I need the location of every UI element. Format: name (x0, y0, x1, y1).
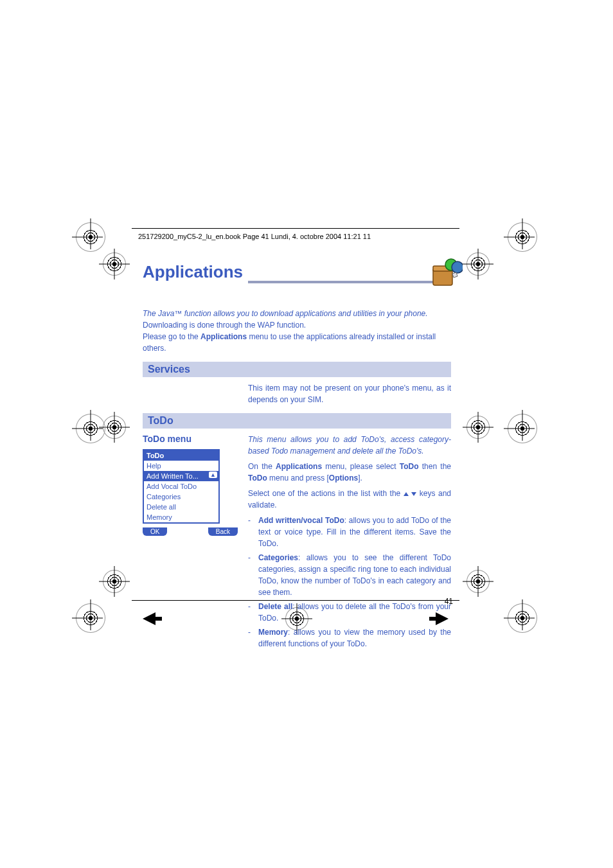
services-body: This item may not be present on your pho… (248, 382, 451, 405)
reg-mark-left-top (103, 252, 126, 276)
intro-line2: Downloading is done through the WAP func… (143, 319, 451, 331)
scroll-indicator-icon: ▲ (209, 472, 217, 478)
content-area: Applications The Java™ function allows y… (143, 262, 451, 652)
reg-mark-br (508, 603, 537, 633)
bullet-memory: -Memory: allows you to view the memory u… (248, 626, 451, 650)
svg-point-5 (452, 261, 463, 273)
reg-mark-tl (76, 222, 105, 252)
section-services-heading: Services (143, 362, 451, 377)
phone-item-addvocal: Add Vocal ToDo (144, 481, 218, 492)
phone-item-memory: Memory (144, 512, 218, 522)
softkey-back: Back (208, 527, 238, 536)
up-key-icon (404, 492, 409, 496)
phone-item-deleteall: Delete all (144, 502, 218, 512)
bullet-deleteall: -Delete all: allows you to delete all th… (248, 601, 451, 624)
reg-mark-left-bot (103, 570, 126, 593)
phone-screenshot: ToDo Help Add Written To...▲ Add Vocal T… (143, 449, 220, 524)
intro-line3: Please go to the Applications menu to us… (143, 331, 451, 354)
phone-item-categories: Categories (144, 492, 218, 502)
intro-line1: The Java™ function allows you to downloa… (143, 308, 451, 319)
title-underline (248, 281, 451, 283)
todo-intro: This menu allows you to add ToDo's, acce… (248, 434, 451, 457)
softkey-ok: OK (143, 527, 167, 536)
reg-mark-rightbar (508, 414, 537, 443)
bullet-add: -Add written/vocal ToDo: allows you to a… (248, 515, 451, 549)
todo-para3: Select one of the actions in the list wi… (248, 488, 451, 511)
phone-item-help: Help (144, 461, 218, 471)
down-key-icon (411, 492, 416, 496)
reg-mark-left-mid (103, 416, 126, 439)
book-header: 251729200_myC5-2_lu_en.book Page 41 Lund… (132, 229, 459, 240)
intro-block: The Java™ function allows you to downloa… (143, 308, 451, 354)
todo-para2: On the Applications menu, please select … (248, 461, 451, 484)
phone-item-selected: Add Written To...▲ (144, 471, 218, 481)
reg-mark-leftbar (76, 414, 105, 443)
reg-mark-right-bot (466, 570, 490, 593)
bullet-categories: -Categories: allows you to see the diffe… (248, 552, 451, 598)
softkeys: OK Back (143, 527, 238, 536)
todo-bullet-list: -Add written/vocal ToDo: allows you to a… (248, 515, 451, 650)
reg-mark-right-top (466, 252, 490, 276)
phone-title: ToDo (144, 450, 218, 461)
reg-mark-right-mid (466, 416, 490, 439)
page-title: Applications (143, 262, 243, 282)
reg-mark-tr (508, 222, 537, 252)
app-icon (427, 257, 463, 296)
section-todo-heading: ToDo (143, 413, 451, 429)
reg-mark-bl (76, 603, 105, 633)
todo-subhead: ToDo menu (143, 434, 238, 444)
